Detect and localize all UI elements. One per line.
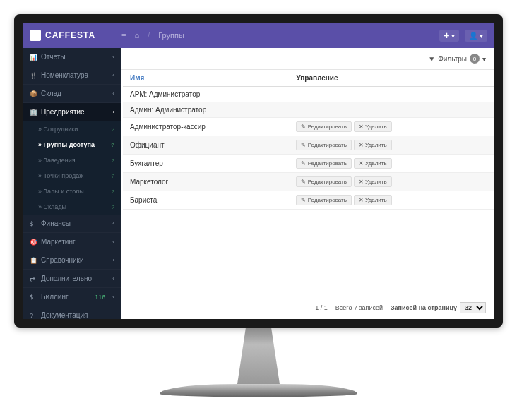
filters-label: Фильтры	[438, 55, 467, 63]
table-row: Админ: Администратор	[123, 102, 494, 118]
table-row: Официант✎ Редактировать✕ Удалить	[123, 136, 494, 155]
access-groups-table: Имя Управление АРМ: АдминистраторАдмин: …	[123, 70, 494, 210]
sidebar-item-references[interactable]: 📋 Справочники ‹	[23, 251, 121, 270]
sidebar-item-warehouse[interactable]: 📦 Склад ‹	[23, 85, 121, 103]
chevron-left-icon: ‹	[112, 72, 114, 78]
sidebar-item-marketing[interactable]: 🎯 Маркетинг ‹	[23, 233, 121, 251]
help-icon[interactable]: ?	[111, 142, 114, 148]
sidebar-label: Склад	[41, 90, 61, 97]
sidebar-label: Номенклатура	[41, 71, 88, 79]
sidebar-label: Отчеты	[41, 53, 66, 61]
dollar-icon: $	[30, 294, 37, 301]
list-icon: 📋	[30, 257, 37, 264]
filters-button[interactable]: ▼ Фильтры 0 ▾	[428, 54, 486, 64]
submenu-warehouses[interactable]: » Склады?	[23, 199, 121, 215]
row-actions: ✎ Редактировать✕ Удалить	[289, 118, 494, 136]
sidebar-item-additional[interactable]: ⇄ Дополнительно ‹	[23, 270, 121, 288]
add-button[interactable]: ✚ ▾	[439, 30, 459, 42]
building-icon: 🏢	[30, 109, 37, 116]
per-page-label: Записей на страницу	[391, 304, 457, 311]
chevron-left-icon: ‹	[112, 257, 114, 263]
cutlery-icon: 🍴	[30, 72, 37, 79]
help-icon[interactable]: ?	[112, 126, 114, 133]
chevron-left-icon: ‹	[112, 275, 114, 282]
breadcrumb-current: Группы	[158, 31, 184, 40]
pagination: 1 / 1 - Всего 7 записей - Записей на стр…	[121, 296, 494, 319]
sidebar: 📊 Отчеты ‹ 🍴 Номенклатура ‹ 📦 Склад ‹ 🏢 …	[23, 48, 121, 319]
chevron-left-icon: ‹	[112, 239, 114, 245]
chevron-left-icon: ‹	[112, 220, 114, 227]
delete-button[interactable]: ✕ Удалить	[354, 195, 392, 205]
sidebar-item-reports[interactable]: 📊 Отчеты ‹	[23, 48, 121, 66]
chart-icon: 📊	[30, 54, 37, 61]
dollar-icon: $	[30, 220, 37, 227]
total-records: Всего 7 записей	[335, 304, 383, 311]
table-row: Бариста✎ Редактировать✕ Удалить	[123, 191, 494, 210]
menu-toggle-icon[interactable]: ≡	[121, 31, 126, 40]
chevron-down-icon: ▾	[482, 55, 486, 63]
chevron-left-icon: ‹	[112, 294, 114, 300]
app-header: CAFFESTA ≡ ⌂ / Группы ✚ ▾ 👤 ▾	[23, 23, 494, 48]
billing-badge: 116	[95, 294, 105, 301]
help-icon[interactable]: ?	[112, 157, 114, 164]
sidebar-item-docs[interactable]: ? Документация	[23, 306, 121, 319]
delete-button[interactable]: ✕ Удалить	[354, 176, 392, 187]
swap-icon: ⇄	[30, 275, 37, 282]
edit-button[interactable]: ✎ Редактировать	[296, 121, 351, 132]
user-menu-button[interactable]: 👤 ▾	[465, 30, 487, 42]
edit-button[interactable]: ✎ Редактировать	[296, 176, 351, 187]
sidebar-label: Финансы	[41, 220, 71, 227]
main-content: ▼ Фильтры 0 ▾ Имя Управление АРМ: Админи…	[121, 48, 494, 319]
help-icon[interactable]: ?	[112, 173, 114, 179]
submenu-halls[interactable]: » Залы и столы?	[23, 184, 121, 199]
row-actions: ✎ Редактировать✕ Удалить	[289, 191, 494, 210]
edit-button[interactable]: ✎ Редактировать	[296, 195, 351, 205]
submenu-access-groups[interactable]: » Группы доступа?	[23, 137, 121, 152]
row-actions: ✎ Редактировать✕ Удалить	[289, 155, 494, 173]
submenu-employees[interactable]: » Сотрудники?	[23, 121, 121, 137]
help-icon[interactable]: ?	[112, 204, 114, 210]
row-actions: ✎ Редактировать✕ Удалить	[289, 136, 494, 155]
question-icon: ?	[30, 312, 37, 319]
per-page-select[interactable]: 32	[460, 302, 486, 313]
filters-count: 0	[470, 54, 480, 64]
filter-icon: ▼	[428, 55, 435, 63]
column-actions: Управление	[289, 70, 494, 87]
row-name: Маркетолог	[123, 173, 289, 191]
chevron-left-icon: ‹	[112, 54, 114, 60]
sidebar-item-enterprise[interactable]: 🏢 Предприятие ‹	[23, 103, 121, 121]
table-row: Маркетолог✎ Редактировать✕ Удалить	[123, 173, 494, 191]
delete-button[interactable]: ✕ Удалить	[354, 140, 392, 150]
delete-button[interactable]: ✕ Удалить	[354, 121, 392, 132]
submenu-establishments[interactable]: » Заведения?	[23, 152, 121, 168]
sidebar-item-finance[interactable]: $ Финансы ‹	[23, 215, 121, 233]
home-icon[interactable]: ⌂	[134, 31, 139, 40]
monitor-stand	[216, 328, 301, 384]
edit-button[interactable]: ✎ Редактировать	[296, 158, 351, 169]
delete-button[interactable]: ✕ Удалить	[354, 158, 392, 169]
breadcrumb-separator: /	[148, 31, 150, 40]
table-row: АРМ: Администратор	[123, 87, 494, 102]
sidebar-item-nomenclature[interactable]: 🍴 Номенклатура ‹	[23, 66, 121, 85]
submenu-enterprise: » Сотрудники? » Группы доступа? » Заведе…	[23, 121, 121, 215]
table-row: Администратор-кассир✎ Редактировать✕ Уда…	[123, 118, 494, 136]
help-icon[interactable]: ?	[112, 188, 114, 195]
submenu-sales-points[interactable]: » Точки продаж?	[23, 168, 121, 184]
page-indicator: 1 / 1	[315, 304, 328, 311]
sidebar-label: Документация	[41, 311, 88, 319]
sidebar-item-billing[interactable]: $ Биллинг 116 ‹	[23, 288, 121, 306]
row-name: Администратор-кассир	[123, 118, 289, 136]
row-name: Бухгалтер	[123, 155, 289, 173]
sidebar-label: Предприятие	[41, 108, 85, 116]
brand-name: CAFFESTA	[45, 30, 95, 40]
row-actions: ✎ Редактировать✕ Удалить	[289, 173, 494, 191]
column-name[interactable]: Имя	[123, 70, 289, 87]
row-actions	[289, 87, 494, 102]
monitor-base	[160, 384, 357, 397]
sidebar-label: Биллинг	[41, 293, 69, 301]
edit-button[interactable]: ✎ Редактировать	[296, 140, 351, 150]
box-icon: 📦	[30, 90, 37, 97]
row-name: Админ: Администратор	[123, 102, 289, 118]
table-row: Бухгалтер✎ Редактировать✕ Удалить	[123, 155, 494, 173]
chevron-left-icon: ‹	[112, 109, 114, 115]
